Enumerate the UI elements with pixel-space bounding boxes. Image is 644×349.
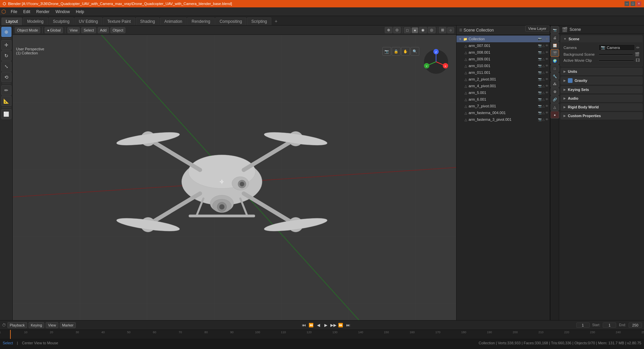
- rotate-tool[interactable]: ↻: [1, 51, 11, 61]
- tab-texture-paint[interactable]: Texture Paint: [103, 17, 135, 25]
- movie-clip-icon[interactable]: 🎞: [636, 58, 640, 63]
- menu-render[interactable]: Render: [34, 9, 52, 15]
- add-menu[interactable]: Add: [98, 27, 109, 33]
- item-mesh-icon[interactable]: △: [542, 118, 545, 121]
- rendered-btn[interactable]: ◎: [428, 27, 436, 33]
- output-tab[interactable]: 🖨: [550, 34, 559, 41]
- item-mesh-icon[interactable]: △: [542, 111, 545, 114]
- object-menu[interactable]: Object: [110, 27, 126, 33]
- render-tab[interactable]: 📷: [550, 26, 559, 34]
- units-section-header[interactable]: ▶ Units: [561, 68, 642, 75]
- viewport-gizmo-btn[interactable]: ⊕: [385, 27, 392, 33]
- item-mesh-icon[interactable]: △: [542, 91, 545, 94]
- select-menu[interactable]: Select: [81, 27, 96, 33]
- menu-edit[interactable]: Edit: [20, 9, 33, 15]
- step-back-btn[interactable]: ◀: [315, 322, 322, 329]
- item-eye-icon[interactable]: 👁: [545, 104, 548, 108]
- custom-props-header[interactable]: ▶ Custom Properties: [561, 112, 642, 119]
- tab-animation[interactable]: Animation: [160, 17, 186, 25]
- item-camera-icon[interactable]: 📷: [538, 71, 542, 74]
- world-tab[interactable]: 🌍: [550, 57, 559, 64]
- item-mesh-icon[interactable]: △: [542, 51, 545, 54]
- data-tab[interactable]: △: [550, 103, 559, 111]
- move-tool[interactable]: ✛: [1, 40, 11, 50]
- item-eye-icon[interactable]: 👁: [545, 84, 548, 88]
- gravity-section-header[interactable]: ▶ Gravity: [561, 77, 642, 84]
- tab-layout[interactable]: Layout: [1, 17, 22, 25]
- camera-edit-icon[interactable]: ✏: [636, 45, 640, 50]
- scene-section-header[interactable]: ▼ Scene: [561, 36, 642, 42]
- outliner-item-Collection[interactable]: ▼ 📁 Collection 📷 △ 👁: [457, 36, 550, 42]
- viewport-shading-btn[interactable]: ● Global: [45, 27, 63, 33]
- item-eye-icon[interactable]: 👁: [545, 64, 548, 67]
- item-camera-icon[interactable]: 📷: [538, 104, 542, 108]
- measure-tool[interactable]: 📐: [1, 96, 11, 106]
- item-eye-icon[interactable]: 👁: [545, 91, 548, 94]
- modifier-tab[interactable]: 🔧: [550, 72, 559, 80]
- particles-tab[interactable]: ⁂: [550, 80, 559, 88]
- camera-value[interactable]: 📷 Camera: [598, 44, 635, 51]
- material-preview-btn[interactable]: ◉: [419, 27, 427, 33]
- keying-sets-header[interactable]: ▶ Keying Sets: [561, 86, 642, 93]
- item-eye-icon[interactable]: 👁: [545, 44, 548, 47]
- outliner-item-arm_2_pivot-001[interactable]: △ arm_2_pivot.001 📷 △ 👁: [457, 76, 550, 83]
- step-forward-btn[interactable]: ▶▶: [330, 322, 337, 329]
- view-lock-btn[interactable]: 🔒: [392, 47, 400, 56]
- item-eye-icon[interactable]: 👁: [545, 71, 548, 74]
- tab-rendering[interactable]: Rendering: [187, 17, 214, 25]
- tab-shading[interactable]: Shading: [136, 17, 159, 25]
- tab-scripting[interactable]: Scripting: [247, 17, 271, 25]
- object-tab[interactable]: □: [550, 65, 559, 72]
- play-btn[interactable]: ▶: [323, 322, 329, 329]
- end-frame-input[interactable]: [629, 322, 642, 328]
- item-camera-icon[interactable]: 📷: [538, 98, 542, 101]
- close-button[interactable]: ✕: [637, 1, 641, 6]
- start-frame-input[interactable]: [603, 322, 616, 328]
- view-menu-tl[interactable]: View: [46, 322, 58, 328]
- jump-start-btn[interactable]: ⏮: [301, 322, 307, 329]
- item-camera-icon[interactable]: 📷: [538, 37, 542, 41]
- item-mesh-icon[interactable]: △: [542, 104, 545, 108]
- menu-help[interactable]: Help: [73, 9, 87, 15]
- item-mesh-icon[interactable]: △: [542, 64, 545, 67]
- item-camera-icon[interactable]: 📷: [538, 78, 542, 81]
- snap-btn[interactable]: ⊞: [439, 27, 446, 33]
- item-mesh-icon[interactable]: △: [542, 71, 545, 74]
- playback-menu[interactable]: Playback: [7, 322, 27, 328]
- item-mesh-icon[interactable]: △: [542, 44, 545, 47]
- item-mesh-icon[interactable]: △: [542, 57, 545, 61]
- rigid-body-header[interactable]: ▶ Rigid Body World: [561, 104, 642, 110]
- view-layer-tab[interactable]: 🪟: [550, 42, 559, 49]
- annotate-tool[interactable]: ✏: [1, 85, 11, 95]
- item-eye-icon[interactable]: 👁: [545, 118, 548, 121]
- keying-menu[interactable]: Keying: [29, 322, 45, 328]
- tab-uv-editing[interactable]: UV Editing: [74, 17, 102, 25]
- gravity-checkbox[interactable]: [568, 78, 573, 83]
- viewport[interactable]: Object Mode ● Global View Select Add Obj…: [13, 26, 456, 320]
- add-cube-tool[interactable]: ⬜: [1, 109, 11, 119]
- zoom-btn[interactable]: 🔍: [411, 47, 419, 56]
- item-eye-icon[interactable]: 👁: [545, 98, 548, 101]
- cursor-tool[interactable]: ⊕: [1, 27, 11, 37]
- prev-keyframe-btn[interactable]: ⏪: [308, 322, 315, 329]
- item-camera-icon[interactable]: 📷: [538, 51, 542, 54]
- outliner-item-arm_007-001[interactable]: △ arm_007.001 📷 △ 👁: [457, 42, 550, 49]
- outliner-item-arm_011-001[interactable]: △ arm_011.001 📷 △ 👁: [457, 69, 550, 76]
- marker-menu[interactable]: Marker: [60, 322, 76, 328]
- view-menu[interactable]: View: [67, 27, 80, 33]
- item-eye-icon[interactable]: 👁: [545, 111, 548, 114]
- viewport-overlay-btn[interactable]: ⊙: [393, 27, 401, 33]
- title-bar-controls[interactable]: ─ □ ✕: [625, 1, 641, 6]
- item-mesh-icon[interactable]: △: [542, 84, 545, 88]
- bg-scene-icon[interactable]: 🎬: [635, 52, 640, 57]
- outliner-item-arm_008-001[interactable]: △ arm_008.001 📷 △ 👁: [457, 49, 550, 56]
- item-eye-icon[interactable]: 👁: [545, 57, 548, 61]
- item-camera-icon[interactable]: 📷: [538, 118, 542, 121]
- physics-tab[interactable]: ⚙: [550, 88, 559, 95]
- outliner-item-arm_010-001[interactable]: △ arm_010.001 📷 △ 👁: [457, 62, 550, 69]
- background-scene-value[interactable]: [598, 53, 633, 55]
- axis-widget[interactable]: Z X Y: [423, 48, 449, 75]
- timeline-track[interactable]: 1102030405060708090100110120130140150160…: [0, 330, 644, 339]
- item-camera-icon[interactable]: 📷: [538, 91, 542, 94]
- tab-modeling[interactable]: Modeling: [23, 17, 48, 25]
